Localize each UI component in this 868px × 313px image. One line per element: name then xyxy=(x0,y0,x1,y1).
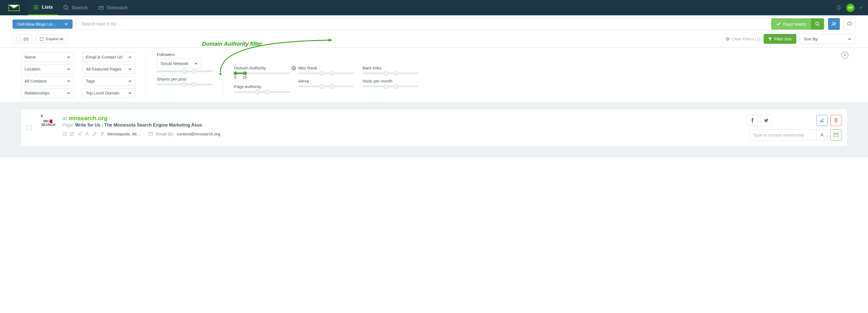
result-checkbox[interactable] xyxy=(27,125,32,130)
edit-button[interactable] xyxy=(816,115,828,126)
location-text[interactable]: Minneapolis, Mi… xyxy=(107,132,141,136)
domain-line: at mnsearch.org xyxy=(62,115,741,121)
facebook-button[interactable] xyxy=(747,115,758,126)
shares-slider[interactable] xyxy=(157,83,213,85)
tld-filter[interactable]: Top Level Domain xyxy=(82,88,135,98)
twitter-button[interactable] xyxy=(761,115,772,126)
chevron-down-icon xyxy=(194,62,198,65)
person-icon xyxy=(819,132,825,137)
delete-button[interactable] xyxy=(830,115,841,126)
select-all-checkbox[interactable]: (0) xyxy=(12,35,32,43)
toolbar-row-1: DoFollow Blogs Lis… Exact Match xyxy=(0,15,868,33)
filter-panel: Name Location All Contacts Relationships… xyxy=(0,48,868,103)
trash-icon xyxy=(834,118,838,123)
search-icon xyxy=(815,22,820,27)
slider-column-1: Followers Social Network Shares per post xyxy=(157,52,213,98)
page-authority-filter: Page Authority xyxy=(234,84,290,93)
page-title[interactable]: Write for Us - The Minnesota Search Engi… xyxy=(75,123,207,127)
nav-lists[interactable]: Lists xyxy=(28,0,58,15)
download-cloud-icon xyxy=(847,21,852,27)
close-circle-icon xyxy=(726,37,730,41)
chevron-down-icon xyxy=(128,92,132,95)
filter-lists-button[interactable]: Filter lists xyxy=(764,34,796,44)
state-icon xyxy=(49,119,53,123)
search-go-button[interactable] xyxy=(811,19,824,30)
pa-slider[interactable] xyxy=(234,91,290,93)
check-icon xyxy=(776,22,781,26)
nav-lists-label: Lists xyxy=(42,4,53,10)
result-info: at mnsearch.org Page: Write for Us - The… xyxy=(62,115,741,140)
topbar: Lists Search Outreach HP xyxy=(0,0,868,15)
alexa-slider[interactable] xyxy=(298,85,354,87)
user-avatar[interactable]: HP xyxy=(846,4,855,12)
note-icon[interactable] xyxy=(70,132,74,136)
domain-link[interactable]: mnsearch.org xyxy=(69,115,107,121)
send-email-button[interactable] xyxy=(830,129,841,140)
chevron-down-icon[interactable] xyxy=(859,6,862,9)
shares-filter: Shares per post xyxy=(157,77,213,85)
da-clear-button[interactable]: ✕ xyxy=(291,66,296,71)
nav-search[interactable]: Search xyxy=(58,0,93,15)
pin-icon xyxy=(100,132,105,136)
relationships-filter[interactable]: Relationships xyxy=(21,88,74,98)
person-plus-icon xyxy=(831,21,837,27)
toolbar-row-2: (0) Expand all Clear Filters (1) Filter … xyxy=(0,33,868,48)
chevron-down-icon xyxy=(67,56,70,59)
chevron-down-icon xyxy=(67,92,70,95)
da-slider[interactable] xyxy=(234,72,290,74)
pencil-icon[interactable] xyxy=(92,132,97,136)
social-network-select[interactable]: Social Network xyxy=(157,59,202,68)
add-contact-button[interactable] xyxy=(828,18,840,30)
alexa-filter: Alexa xyxy=(298,79,354,87)
name-filter[interactable]: Name xyxy=(21,52,74,62)
clock-icon[interactable] xyxy=(62,132,67,136)
search-input[interactable] xyxy=(77,19,771,30)
app-logo xyxy=(0,0,28,15)
edit-icon xyxy=(820,118,824,123)
visits-filter: Visits per month xyxy=(363,79,418,87)
mail-icon xyxy=(149,132,153,136)
location-filter[interactable]: Location xyxy=(21,64,74,74)
expand-icon xyxy=(40,37,43,41)
slider-column-2: Domain Authority ✕ 015 Page Authority xyxy=(234,52,290,98)
backlinks-filter: Back links xyxy=(363,66,418,74)
person-icon[interactable] xyxy=(85,132,90,136)
email-contact-filter[interactable]: Email & Contact Url xyxy=(82,52,135,62)
send-icon[interactable] xyxy=(77,132,82,136)
nav-outreach-label: Outreach xyxy=(106,5,127,10)
bell-icon[interactable] xyxy=(836,5,842,11)
chevron-down-icon xyxy=(64,22,68,26)
nav-outreach[interactable]: Outreach xyxy=(93,0,132,15)
chevron-down-icon xyxy=(128,79,132,83)
email-value[interactable]: content@mnsearch.org xyxy=(177,132,220,136)
featured-pages-filter[interactable]: All Featured Pages xyxy=(82,64,135,74)
visits-slider[interactable] xyxy=(363,85,418,87)
slider-column-3: Moz Rank Alexa xyxy=(298,52,354,98)
sort-by-select[interactable]: Sort By xyxy=(800,34,856,44)
chevron-down-icon xyxy=(67,67,70,71)
clear-filters-link[interactable]: Clear Filters (1) xyxy=(726,36,760,41)
chevron-down-icon xyxy=(128,56,132,59)
relationship-input[interactable] xyxy=(749,129,816,140)
followers-slider[interactable] xyxy=(157,71,213,72)
list-select[interactable]: DoFollow Blogs Lis… xyxy=(12,20,72,29)
expand-all-button[interactable]: Expand all xyxy=(35,35,67,43)
svg-point-3 xyxy=(833,22,835,24)
tags-filter[interactable]: Tags xyxy=(82,76,135,86)
contacts-filter[interactable]: All Contacts xyxy=(21,76,74,86)
chevron-down-icon xyxy=(128,67,132,71)
search-icon xyxy=(63,5,69,11)
svg-point-7 xyxy=(87,132,88,134)
moz-rank-filter: Moz Rank xyxy=(298,66,354,74)
moz-slider[interactable] xyxy=(298,72,354,74)
filter-column-1: Name Location All Contacts Relationships xyxy=(21,52,74,98)
send-icon xyxy=(98,5,104,11)
download-button[interactable] xyxy=(844,18,856,30)
svg-point-10 xyxy=(821,134,823,135)
relationship-person-button[interactable] xyxy=(816,129,828,140)
nav-search-label: Search xyxy=(72,5,88,10)
exact-match-button[interactable]: Exact Match xyxy=(771,19,811,30)
list-select-label: DoFollow Blogs Lis… xyxy=(17,22,57,27)
backlinks-slider[interactable] xyxy=(363,72,418,74)
close-filter-panel[interactable]: ✕ xyxy=(841,51,848,59)
